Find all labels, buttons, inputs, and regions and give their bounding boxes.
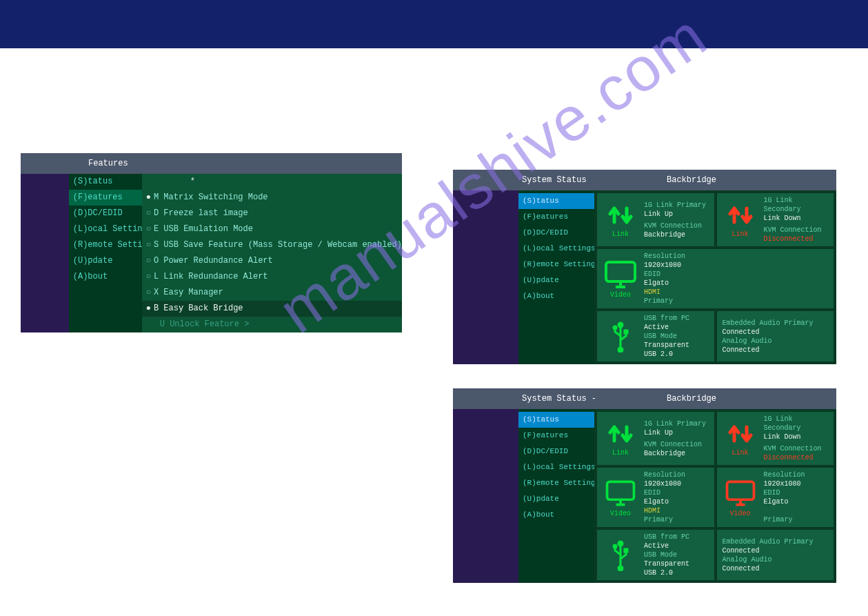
- features-panel: Features (S)tatus (F)eatures (D)DC/EDID …: [21, 153, 402, 332]
- sidebar-item-about[interactable]: (A)bout: [518, 288, 594, 304]
- status-grid: Link 1G Link Primary Link Up KVM Connect…: [594, 190, 836, 364]
- gutter: [21, 174, 69, 332]
- sidebar-item-ddc[interactable]: (D)DC/EDID: [518, 225, 594, 241]
- link-primary-card: Link 1G Link Primary Link Up KVM Connect…: [597, 412, 714, 465]
- sidebar-item-remote[interactable]: (R)emote Settings: [518, 257, 594, 272]
- panel-title-bar: System Status Backbridge: [453, 170, 836, 190]
- title-system-status: System Status: [453, 170, 598, 190]
- sidebar: (S)tatus (F)eatures (D)DC/EDID (L)ocal S…: [518, 190, 594, 364]
- sidebar-item-features[interactable]: (F)eatures: [69, 190, 142, 206]
- feature-matrix[interactable]: ●M Matrix Switching Mode: [142, 190, 402, 206]
- sidebar-item-ddc[interactable]: (D)DC/EDID: [69, 206, 142, 221]
- usb-card: USB from PC Active USB Mode Transparent …: [597, 311, 714, 361]
- status-panel: System Status Backbridge (S)tatus (F)eat…: [453, 170, 836, 364]
- sidebar-item-local[interactable]: (L)ocal Settings: [518, 459, 594, 475]
- svg-rect-8: [607, 481, 634, 499]
- panel-title: Features: [21, 153, 402, 174]
- feature-freeze[interactable]: ○D Freeze last image: [142, 206, 402, 221]
- svg-rect-17: [625, 549, 627, 552]
- link-down-icon: Link: [718, 196, 763, 244]
- svg-rect-0: [606, 262, 635, 281]
- gutter: [453, 190, 518, 364]
- status-grid: Link 1G Link Primary Link Up KVM Connect…: [594, 409, 836, 583]
- link-primary-card: Link 1G Link Primary Link Up KVM Connect…: [597, 193, 714, 246]
- sidebar-item-remote[interactable]: (R)emote Settings: [518, 475, 594, 491]
- sidebar-item-about[interactable]: (A)bout: [69, 269, 142, 285]
- svg-rect-11: [727, 481, 754, 499]
- gutter: [453, 409, 518, 583]
- audio-card: Embedded Audio Primary Connected Analog …: [717, 530, 834, 580]
- sidebar-item-status[interactable]: (S)tatus: [69, 174, 142, 190]
- usb-icon: [598, 314, 643, 359]
- link-secondary-card: Link 1G Link Secondary Link Down KVM Con…: [717, 412, 834, 465]
- video-primary-card: Video Resolution 1920x1080 EDID Elgato H…: [597, 468, 714, 527]
- feature-power[interactable]: ○O Power Redundance Alert: [142, 253, 402, 269]
- feature-unlock[interactable]: U Unlock Feature >: [142, 317, 402, 332]
- svg-point-5: [614, 326, 616, 329]
- sidebar-item-status[interactable]: (S)tatus: [518, 193, 594, 209]
- usb-icon: [598, 533, 643, 577]
- top-banner: [0, 0, 868, 48]
- link-up-icon: Link: [598, 196, 643, 244]
- sidebar-item-update[interactable]: (U)pdate: [518, 272, 594, 288]
- sidebar: (S)tatus (F)eatures (D)DC/EDID (L)ocal S…: [518, 409, 594, 583]
- video-card: Video Resolution 1920x1080 EDID Elgato H…: [597, 249, 834, 308]
- monitor-icon: Video: [598, 470, 643, 524]
- video-secondary-card: Video Resolution 1920x1080 EDID Elgato P…: [717, 468, 834, 527]
- audio-card: Embedded Audio Primary Connected Analog …: [717, 311, 834, 361]
- link-down-icon: Link: [718, 415, 763, 462]
- sidebar-item-about[interactable]: (A)bout: [518, 507, 594, 523]
- status-dual-panel: System Status - DUAL Backbridge (S)tatus…: [453, 388, 836, 583]
- feature-usb-save[interactable]: ○S USB Save Feature (Mass Storage / Webc…: [142, 237, 402, 253]
- monitor-icon: Video: [718, 470, 763, 524]
- feature-link[interactable]: ○L Link Redundance Alert: [142, 269, 402, 285]
- svg-rect-6: [625, 330, 627, 333]
- feature-backbridge[interactable]: ●B Easy Back Bridge: [142, 301, 402, 317]
- monitor-icon: Video: [598, 252, 643, 306]
- sidebar-item-ddc[interactable]: (D)DC/EDID: [518, 444, 594, 459]
- sidebar-item-remote[interactable]: (R)emote Settings: [69, 237, 142, 253]
- feature-usb-emu[interactable]: ○E USB Emulation Mode: [142, 221, 402, 237]
- link-secondary-card: Link 1G Link Secondary Link Down KVM Con…: [717, 193, 834, 246]
- sidebar-item-local[interactable]: (L)ocal Settings: [69, 221, 142, 237]
- title-backbridge: Backbridge: [598, 170, 836, 190]
- star-row: *: [142, 174, 402, 190]
- title-system-status-dual: System Status - DUAL: [453, 388, 598, 409]
- sidebar-item-update[interactable]: (U)pdate: [69, 253, 142, 269]
- svg-point-18: [618, 566, 623, 570]
- link-up-icon: Link: [598, 415, 643, 462]
- sidebar-item-update[interactable]: (U)pdate: [518, 491, 594, 507]
- title-backbridge: Backbridge: [598, 388, 836, 409]
- sidebar-item-status[interactable]: (S)tatus: [518, 412, 594, 428]
- sidebar: (S)tatus (F)eatures (D)DC/EDID (L)ocal S…: [69, 174, 142, 332]
- svg-point-16: [614, 545, 616, 548]
- feature-easymgr[interactable]: ○X Easy Manager: [142, 285, 402, 301]
- sidebar-item-features[interactable]: (F)eatures: [518, 428, 594, 444]
- panel-title-bar: System Status - DUAL Backbridge: [453, 388, 836, 409]
- usb-card: USB from PC Active USB Mode Transparent …: [597, 530, 714, 580]
- sidebar-item-features[interactable]: (F)eatures: [518, 209, 594, 225]
- svg-point-7: [618, 348, 623, 352]
- feature-list: * ●M Matrix Switching Mode ○D Freeze las…: [142, 174, 402, 332]
- sidebar-item-local[interactable]: (L)ocal Settings: [518, 241, 594, 257]
